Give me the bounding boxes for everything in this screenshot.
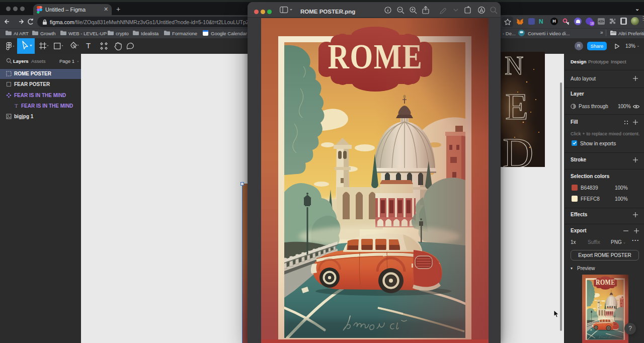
svg-text:18: 18 bbox=[590, 22, 594, 25]
